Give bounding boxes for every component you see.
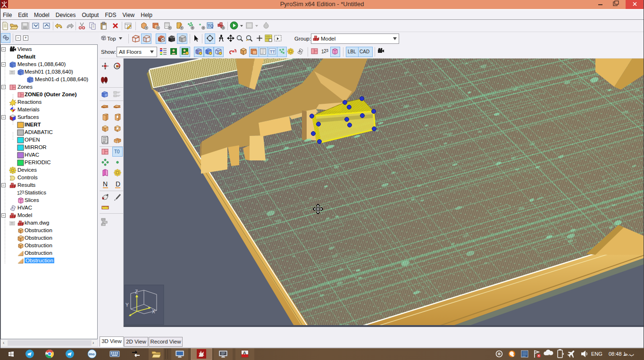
svg-text:TQ: TQ [208, 24, 214, 28]
svg-text:Show:: Show: [101, 49, 116, 55]
svg-text:3: 3 [22, 190, 24, 194]
svg-text:Model: Model [321, 36, 335, 42]
svg-text:08:48 ب.ظ: 08:48 ب.ظ [609, 351, 634, 357]
svg-text:X: X [152, 309, 155, 314]
svg-text:CAD: CAD [360, 49, 369, 54]
svg-text:D: D [116, 180, 120, 188]
svg-text:Top: Top [107, 36, 116, 42]
svg-text:LBL: LBL [348, 49, 356, 54]
svg-text:ENG: ENG [591, 351, 602, 357]
svg-text:Y: Y [125, 302, 129, 308]
svg-text:N: N [103, 180, 108, 188]
svg-text:Z: Z [135, 289, 138, 294]
svg-text:All Floors: All Floors [119, 49, 142, 55]
svg-text:3: 3 [326, 48, 328, 53]
svg-text:T0: T0 [114, 149, 120, 154]
svg-text:imo: imo [89, 352, 94, 356]
svg-text:TT: TT [270, 50, 275, 54]
svg-text:Group:: Group: [294, 36, 311, 42]
